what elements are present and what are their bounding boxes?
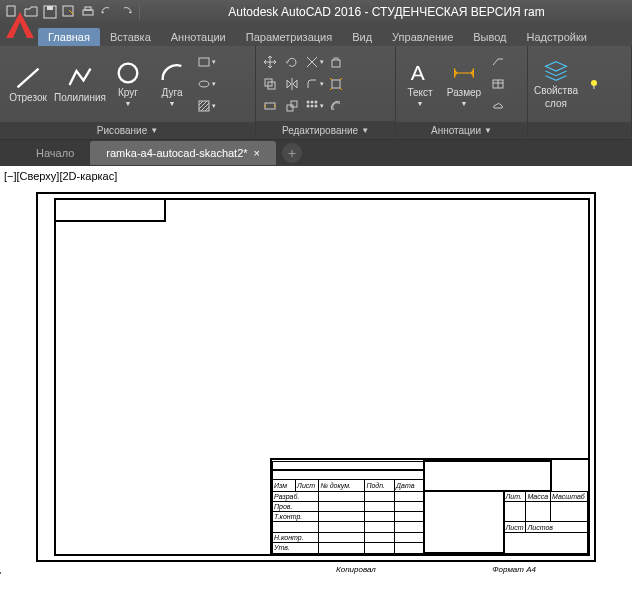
trim-icon[interactable]: ▾ xyxy=(304,52,324,72)
svg-point-26 xyxy=(591,80,597,86)
add-tab-button[interactable]: + xyxy=(282,143,302,163)
tab-manage[interactable]: Управление xyxy=(382,28,463,46)
draw-mini-tools: ▾ ▾ ▾ xyxy=(196,52,216,116)
layer-props-button[interactable]: Свойства слоя xyxy=(532,48,580,120)
scale-icon[interactable] xyxy=(282,96,302,116)
viewport[interactable]: [−][Сверху][2D-каркас] Изм Лист № докум.… xyxy=(0,166,632,576)
offset-icon[interactable] xyxy=(326,96,346,116)
svg-rect-2 xyxy=(47,6,53,10)
ribbon-tabs: Главная Вставка Аннотации Параметризация… xyxy=(0,24,632,46)
tab-annotate[interactable]: Аннотации xyxy=(161,28,236,46)
tab-output[interactable]: Вывод xyxy=(463,28,516,46)
bulb-icon[interactable] xyxy=(584,74,604,94)
svg-rect-11 xyxy=(332,60,340,67)
tab-document-active[interactable]: ramka-a4-autocad-skachat2* × xyxy=(90,141,276,165)
save-icon[interactable] xyxy=(42,4,58,20)
chevron-down-icon: ▼ xyxy=(461,100,468,107)
ucs-icon: Y xyxy=(0,548,6,580)
layer-props-label: Свойства xyxy=(534,85,578,96)
layer-props-label2: слоя xyxy=(545,98,567,109)
circle-button[interactable]: Круг ▼ xyxy=(108,48,148,120)
hatch-icon[interactable]: ▾ xyxy=(196,96,216,116)
circle-icon xyxy=(114,61,142,85)
panel-layers-title xyxy=(528,122,631,139)
svg-rect-5 xyxy=(85,7,91,10)
explode-icon[interactable] xyxy=(326,74,346,94)
table-icon[interactable] xyxy=(488,74,508,94)
fillet-icon[interactable]: ▾ xyxy=(304,74,324,94)
copy-icon[interactable] xyxy=(260,74,280,94)
line-label: Отрезок xyxy=(9,92,47,103)
rect-icon[interactable]: ▾ xyxy=(196,52,216,72)
tab-view[interactable]: Вид xyxy=(342,28,382,46)
panel-annot-title[interactable]: Аннотации▼ xyxy=(396,122,527,139)
svg-point-7 xyxy=(119,64,138,83)
panel-modify-title[interactable]: Редактирование▼ xyxy=(256,121,395,139)
undo-icon[interactable] xyxy=(99,4,115,20)
tab-parametric[interactable]: Параметризация xyxy=(236,28,342,46)
chevron-down-icon: ▼ xyxy=(150,126,158,135)
tab-insert[interactable]: Вставка xyxy=(100,28,161,46)
svg-line-6 xyxy=(18,68,39,87)
line-icon xyxy=(14,66,42,90)
app-menu-icon[interactable] xyxy=(2,8,38,44)
polyline-label: Полилиния xyxy=(54,92,106,103)
dimension-icon xyxy=(450,61,478,85)
chevron-down-icon: ▼ xyxy=(169,100,176,107)
quick-access-toolbar: Autodesk AutoCAD 2016 - СТУДЕНЧЕСКАЯ ВЕР… xyxy=(0,0,632,24)
app-title: Autodesk AutoCAD 2016 - СТУДЕНЧЕСКАЯ ВЕР… xyxy=(145,5,628,19)
svg-rect-16 xyxy=(287,105,293,111)
mirror-icon[interactable] xyxy=(282,74,302,94)
chevron-down-icon: ▼ xyxy=(361,126,369,135)
tab-start[interactable]: Начало xyxy=(20,141,90,165)
document-tabs: Начало ramka-a4-autocad-skachat2* × + xyxy=(0,140,632,166)
cloud-icon[interactable] xyxy=(488,96,508,116)
erase-icon[interactable] xyxy=(326,52,346,72)
line-button[interactable]: Отрезок xyxy=(4,48,52,120)
panel-modify: ▾ ▾ ▾ Редактирование▼ xyxy=(256,46,396,139)
svg-point-21 xyxy=(306,104,309,107)
arc-label: Дуга xyxy=(162,87,183,98)
inner-frame: Изм Лист № докум. Подп. Дата Разраб. Лит… xyxy=(54,198,590,556)
panel-draw-title[interactable]: Рисование▼ xyxy=(0,122,255,139)
stretch-icon[interactable] xyxy=(260,96,280,116)
chevron-down-icon: ▼ xyxy=(417,100,424,107)
svg-rect-3 xyxy=(63,6,73,16)
svg-point-20 xyxy=(314,100,317,103)
move-icon[interactable] xyxy=(260,52,280,72)
leader-icon[interactable] xyxy=(488,52,508,72)
svg-point-18 xyxy=(306,100,309,103)
svg-point-9 xyxy=(199,81,209,87)
close-icon[interactable]: × xyxy=(254,147,260,159)
redo-icon[interactable] xyxy=(118,4,134,20)
svg-rect-4 xyxy=(83,10,93,15)
top-left-box xyxy=(56,200,166,222)
text-label: Текст xyxy=(407,87,432,98)
separator xyxy=(139,4,140,20)
panel-draw: Отрезок Полилиния Круг ▼ Дуга ▼ ▾ xyxy=(0,46,256,139)
circle-label: Круг xyxy=(118,87,138,98)
text-icon: A xyxy=(406,61,434,85)
ellipse-icon[interactable]: ▾ xyxy=(196,74,216,94)
panel-annotation: A Текст ▼ Размер ▼ Аннотации▼ xyxy=(396,46,528,139)
text-button[interactable]: A Текст ▼ xyxy=(400,48,440,120)
saveas-icon[interactable] xyxy=(61,4,77,20)
drawing-area[interactable]: Изм Лист № докум. Подп. Дата Разраб. Лит… xyxy=(36,192,596,562)
svg-text:A: A xyxy=(411,61,425,84)
footer-format: Формат A4 xyxy=(492,565,536,574)
layers-icon xyxy=(542,59,570,83)
print-icon[interactable] xyxy=(80,4,96,20)
title-block: Изм Лист № докум. Подп. Дата Разраб. Лит… xyxy=(270,458,590,556)
dimension-button[interactable]: Размер ▼ xyxy=(444,48,484,120)
svg-rect-15 xyxy=(265,103,275,109)
svg-point-23 xyxy=(314,104,317,107)
footer-kop: Копировал xyxy=(336,565,376,574)
polyline-button[interactable]: Полилиния xyxy=(56,48,104,120)
viewport-controls[interactable]: [−][Сверху][2D-каркас] xyxy=(4,170,628,182)
tab-home[interactable]: Главная xyxy=(38,28,100,46)
tab-addins[interactable]: Надстройки xyxy=(517,28,597,46)
array-icon[interactable]: ▾ xyxy=(304,96,324,116)
rotate-icon[interactable] xyxy=(282,52,302,72)
arc-button[interactable]: Дуга ▼ xyxy=(152,48,192,120)
svg-point-22 xyxy=(310,104,313,107)
